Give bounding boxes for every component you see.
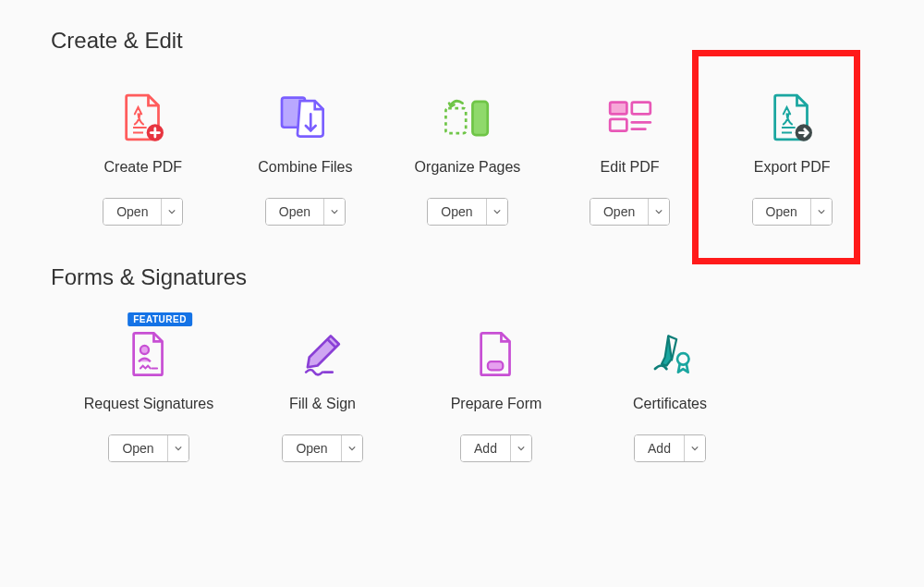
tool-combine-files[interactable]: Combine Files Open xyxy=(225,79,387,226)
dropdown-caret[interactable] xyxy=(685,435,705,461)
tool-export-pdf[interactable]: Export PDF Open xyxy=(711,79,873,226)
add-button[interactable]: Add xyxy=(635,435,685,461)
prepare-form-icon xyxy=(464,325,529,383)
dropdown-caret[interactable] xyxy=(811,199,832,225)
svg-point-18 xyxy=(140,346,149,354)
split-button: Open xyxy=(590,198,670,226)
export-pdf-icon xyxy=(760,89,824,146)
open-button[interactable]: Open xyxy=(103,199,162,225)
create-edit-grid: Create PDF Open Combine Files xyxy=(51,79,873,226)
request-signatures-icon xyxy=(116,325,181,383)
tool-label: Request Signatures xyxy=(84,396,214,412)
certificates-icon xyxy=(638,325,702,383)
combine-files-icon xyxy=(273,89,337,146)
svg-rect-11 xyxy=(610,119,626,131)
highlight-annotation xyxy=(692,50,860,264)
split-button: Open xyxy=(265,198,346,226)
tool-label: Certificates xyxy=(633,396,707,412)
split-button: Open xyxy=(282,434,362,462)
open-button[interactable]: Open xyxy=(109,435,167,461)
tool-label: Create PDF xyxy=(104,159,182,176)
split-button: Open xyxy=(103,198,183,226)
dropdown-caret[interactable] xyxy=(168,435,188,461)
svg-rect-8 xyxy=(445,108,466,133)
section-forms-signatures-title: Forms & Signatures xyxy=(51,264,873,290)
open-button[interactable]: Open xyxy=(590,199,649,225)
tool-create-pdf[interactable]: Create PDF Open xyxy=(62,79,225,226)
forms-signatures-grid: FEATURED Request Signatures Open xyxy=(51,316,873,462)
open-button[interactable]: Open xyxy=(753,199,811,225)
dropdown-caret[interactable] xyxy=(649,199,669,225)
dropdown-caret[interactable] xyxy=(487,199,507,225)
tool-certificates[interactable]: Certificates Add xyxy=(583,316,757,462)
featured-badge: FEATURED xyxy=(128,312,192,326)
dropdown-caret[interactable] xyxy=(162,199,182,225)
tool-label: Edit PDF xyxy=(601,159,660,176)
split-button: Open xyxy=(108,434,188,462)
tool-label: Combine Files xyxy=(258,159,352,176)
organize-pages-icon xyxy=(435,89,500,146)
create-pdf-icon xyxy=(111,89,176,146)
add-button[interactable]: Add xyxy=(461,435,511,461)
dropdown-caret[interactable] xyxy=(324,199,345,225)
tool-label: Export PDF xyxy=(754,159,831,176)
open-button[interactable]: Open xyxy=(266,199,324,225)
svg-rect-10 xyxy=(631,103,650,115)
section-create-edit-title: Create & Edit xyxy=(51,28,873,54)
split-button: Open xyxy=(427,198,507,226)
open-button[interactable]: Open xyxy=(428,199,486,225)
svg-rect-9 xyxy=(610,103,626,115)
tool-fill-sign[interactable]: Fill & Sign Open xyxy=(236,316,409,462)
tool-label: Prepare Form xyxy=(451,396,542,412)
open-button[interactable]: Open xyxy=(283,435,341,461)
tool-label: Organize Pages xyxy=(415,159,521,176)
tool-edit-pdf[interactable]: Edit PDF Open xyxy=(549,79,711,226)
dropdown-caret[interactable] xyxy=(342,435,362,461)
tool-label: Fill & Sign xyxy=(289,396,356,412)
edit-pdf-icon xyxy=(598,89,663,146)
split-button: Add xyxy=(634,434,706,462)
split-button: Open xyxy=(752,198,833,226)
tool-prepare-form[interactable]: Prepare Form Add xyxy=(409,316,583,462)
tool-request-signatures[interactable]: FEATURED Request Signatures Open xyxy=(62,316,236,462)
svg-rect-22 xyxy=(488,361,503,370)
split-button: Add xyxy=(460,434,532,462)
svg-rect-7 xyxy=(472,102,487,135)
dropdown-caret[interactable] xyxy=(511,435,531,461)
fill-sign-icon xyxy=(290,325,355,383)
svg-point-23 xyxy=(677,353,689,365)
tool-organize-pages[interactable]: Organize Pages Open xyxy=(386,79,549,226)
